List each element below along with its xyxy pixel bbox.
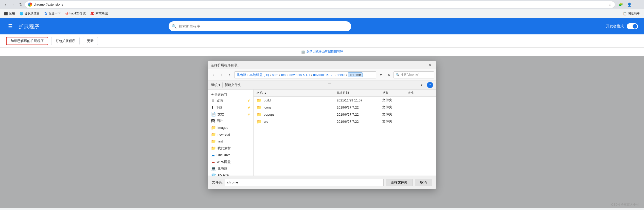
- src-type: 文件夹: [382, 119, 408, 124]
- folder-name-input[interactable]: [225, 179, 384, 186]
- help-button[interactable]: ?: [427, 82, 433, 88]
- folder-label: 文件夹:: [212, 180, 223, 185]
- sidebar-item-test[interactable]: 📁 test: [208, 138, 253, 145]
- address-bar-text: chrome://extensions: [34, 3, 607, 6]
- thispc-icon: 💻: [211, 166, 216, 171]
- google-chrome-icon: 🌐: [20, 12, 23, 15]
- icons-date: 2019/6/27 7:22: [337, 106, 382, 109]
- build-folder-icon: 📁: [257, 98, 262, 103]
- sidebar-item-documents[interactable]: 📄 文档 ⚡: [208, 111, 253, 118]
- sidebar-documents-label: 文档: [218, 112, 224, 117]
- dialog-title: 选择扩展程序目录。: [211, 63, 427, 68]
- sidebar-item-onedrive[interactable]: ☁ OneDrive: [208, 152, 253, 158]
- dev-mode-toggle[interactable]: [627, 23, 638, 29]
- organize-button[interactable]: 组织 ▾: [211, 83, 220, 87]
- file-row-icons[interactable]: 📁 icons 2019/6/27 7:22 文件夹: [254, 104, 436, 111]
- view-mode-button[interactable]: ☰: [326, 81, 333, 89]
- sidebar-3d-label: 3D 对象: [218, 173, 229, 176]
- organization-icon: 🏢: [301, 50, 305, 54]
- bookmark-jd[interactable]: JD 京东商城: [88, 10, 110, 17]
- sidebar-newstat-label: new-stat: [218, 133, 230, 136]
- newstat-folder-icon: 📁: [211, 132, 216, 137]
- pack-extension-button[interactable]: 打包扩展程序: [51, 37, 80, 45]
- file-row-popups[interactable]: 📁 popups 2019/6/27 7:22 文件夹: [254, 111, 436, 118]
- breadcrumb-sep-7: ›: [346, 73, 347, 76]
- dialog-forward-button[interactable]: ›: [218, 71, 225, 78]
- load-unpacked-button[interactable]: 加载已解压的扩展程序: [6, 37, 48, 45]
- build-type: 文件夹: [382, 98, 408, 102]
- reload-button[interactable]: ↻: [17, 1, 24, 8]
- jd-icon: JD: [90, 12, 95, 15]
- 3d-icon: 💎: [211, 173, 216, 176]
- baidu-icon: 百: [44, 11, 47, 16]
- extensions-button[interactable]: 🧩: [617, 1, 625, 9]
- sidebar-test-label: test: [218, 139, 223, 143]
- reading-list-label: 阅读清单: [628, 11, 640, 16]
- sidebar-item-downloads[interactable]: ⬇ 下载 ⚡: [208, 104, 253, 111]
- dialog-search-icon: 🔍: [396, 73, 400, 77]
- bookmark-apps[interactable]: ⬛ 应用: [2, 10, 17, 17]
- cancel-button[interactable]: 取消: [415, 179, 432, 186]
- sidebar-item-images[interactable]: 📁 images: [208, 124, 253, 131]
- bookmark-apps-label: 应用: [9, 11, 15, 16]
- reading-list-button[interactable]: 📋 阅读清单: [621, 10, 642, 17]
- dialog-up-button[interactable]: ↑: [226, 71, 233, 78]
- breadcrumb-sam[interactable]: sam: [272, 73, 278, 77]
- update-button[interactable]: 更新: [83, 37, 98, 45]
- bookmark-baidu-label: 百度一下: [48, 11, 61, 16]
- icons-type: 文件夹: [382, 105, 408, 110]
- sidebar-item-desktop[interactable]: 🖥 桌面 ⚡: [208, 97, 253, 104]
- dialog-refresh-button[interactable]: ↻: [385, 71, 392, 78]
- new-folder-button[interactable]: 新建文件夹: [225, 83, 241, 87]
- dialog-back-button[interactable]: ‹: [210, 71, 217, 78]
- col-date[interactable]: 修改日期: [337, 91, 382, 95]
- ok-button[interactable]: 选择文件夹: [386, 179, 413, 186]
- hamburger-menu-icon[interactable]: ☰: [6, 21, 15, 31]
- breadcrumb-devtools2[interactable]: devtools-5.1.1: [313, 73, 334, 77]
- apps-icon: ⬛: [4, 12, 8, 15]
- dialog-breadcrumb-dropdown[interactable]: ▾: [377, 71, 384, 78]
- popups-name: popups: [264, 113, 275, 116]
- build-date: 2021/11/29 11:57: [337, 98, 382, 102]
- sidebar-item-3d[interactable]: 💎 3D 对象: [208, 172, 253, 176]
- breadcrumb-devtools1[interactable]: devtools-5.1.1: [290, 73, 310, 77]
- pin-icon-doc: ⚡: [247, 113, 250, 116]
- dialog-search-text: 搜索"chrome": [401, 73, 419, 77]
- sidebar-thispc-label: 此电脑: [218, 166, 227, 171]
- sidebar-item-wps[interactable]: ☁ WPS网盘: [208, 158, 253, 165]
- icons-name: icons: [264, 106, 271, 109]
- breadcrumb-current[interactable]: chrome: [348, 72, 363, 77]
- icons-folder-icon: 📁: [257, 105, 262, 110]
- breadcrumb-sep-3: ›: [279, 73, 280, 76]
- src-date: 2019/6/27 7:22: [337, 120, 382, 123]
- profile-button[interactable]: 👤: [625, 1, 633, 9]
- breadcrumb-local-disk[interactable]: 本地磁盘 (D:): [249, 73, 269, 77]
- col-size[interactable]: 大小: [408, 91, 433, 95]
- back-button[interactable]: ‹: [2, 1, 9, 8]
- sidebar-item-thispc[interactable]: 💻 此电脑: [208, 165, 253, 172]
- sidebar-item-pictures[interactable]: 🖼 图片: [208, 118, 253, 124]
- file-row-src[interactable]: 📁 src 2019/6/27 7:22 文件夹: [254, 118, 436, 125]
- bookmark-star[interactable]: ☆: [608, 2, 612, 7]
- bookmark-baidu[interactable]: 百 百度一下: [42, 10, 63, 17]
- test-folder-icon: 📁: [211, 139, 216, 144]
- bookmark-hao123[interactable]: 好 hao123导航: [63, 10, 88, 17]
- dialog-close-button[interactable]: ✕: [427, 62, 433, 68]
- menu-button[interactable]: ⋮: [634, 1, 642, 9]
- file-row-build[interactable]: 📁 build 2021/11/29 11:57 文件夹: [254, 97, 436, 104]
- col-name[interactable]: 名称 ▲: [257, 91, 337, 95]
- forward-button[interactable]: ›: [10, 1, 17, 8]
- sidebar-downloads-label: 下载: [216, 105, 222, 110]
- breadcrumb-this-pc[interactable]: 此电脑: [237, 73, 246, 77]
- site-icon: [28, 3, 32, 7]
- bookmark-google-chrome[interactable]: 🌐 谷歌浏览器: [17, 10, 42, 17]
- documents-icon: 📄: [211, 112, 216, 117]
- desktop-icon: 🖥: [211, 98, 215, 103]
- search-input[interactable]: [169, 21, 351, 31]
- col-type[interactable]: 类型: [382, 91, 408, 95]
- sidebar-item-newstat[interactable]: 📁 new-stat: [208, 131, 253, 138]
- view-dropdown-button[interactable]: ▾: [418, 81, 425, 89]
- sidebar-item-materials[interactable]: 📁 我的素材: [208, 145, 253, 152]
- breadcrumb-shells[interactable]: shells: [337, 73, 345, 77]
- breadcrumb-test[interactable]: test: [281, 73, 287, 77]
